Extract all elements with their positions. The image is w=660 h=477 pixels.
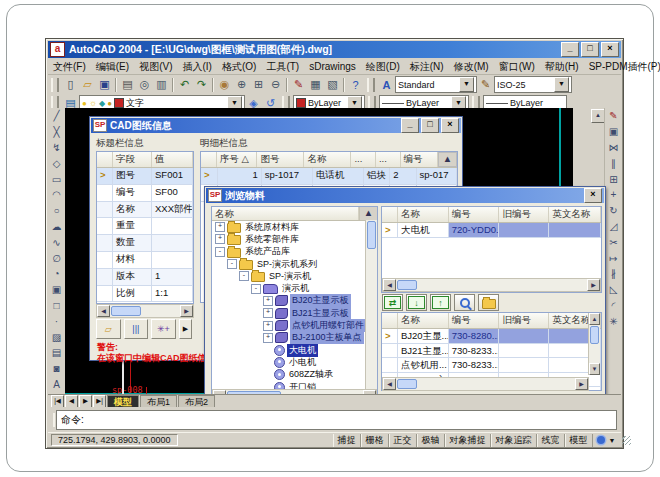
tree-item[interactable]: +系统原材料库 [212, 221, 377, 233]
command-input[interactable]: 命令: [56, 410, 617, 430]
redo-icon[interactable]: ↷ [193, 77, 210, 92]
tree-item[interactable]: -SP-演示机系列 [212, 258, 377, 270]
column-header[interactable]: 序号 △ [217, 152, 258, 167]
columns-icon[interactable]: ||| [124, 319, 149, 339]
chevron-down-icon[interactable]: ▼ [554, 77, 569, 92]
tree-item[interactable]: 608ZZ轴承 [212, 369, 377, 381]
menu-item[interactable]: SP-PDM插件(P) [584, 59, 660, 75]
status-toggle-对象追踪[interactable]: 对象追踪 [491, 434, 537, 447]
add-gear-icon[interactable]: ✳+ [151, 319, 176, 339]
menu-item[interactable]: 窗口(W) [494, 59, 540, 75]
collapse-icon[interactable]: - [239, 271, 249, 281]
result-table-vscrollbar[interactable]: ▲ ▼ [588, 313, 600, 375]
menu-item[interactable]: 编辑(E) [91, 59, 134, 75]
tree-vscrollbar[interactable] [365, 220, 377, 390]
dim-style-icon[interactable]: ✎ [477, 77, 494, 92]
scroll-up-icon[interactable]: ▲ [589, 313, 600, 325]
polyline-icon[interactable]: ↯ [49, 140, 65, 156]
menu-item[interactable]: sDrawings [304, 60, 361, 73]
column-header[interactable]: 旧编号 [499, 313, 549, 328]
save-icon[interactable]: ▣ [96, 77, 113, 92]
construction-line-icon[interactable]: ╳ [49, 124, 65, 140]
column-header[interactable]: 编号 [449, 207, 500, 222]
column-header[interactable]: 名称 [398, 313, 449, 328]
help-icon[interactable]: ? [347, 77, 364, 92]
make-block-icon[interactable]: □ [49, 298, 65, 314]
browse-dialog-titlebar[interactable]: SP 浏览物料 × [206, 188, 604, 203]
table-row[interactable]: >1sp-1017电话机铝块2sp-017 [201, 168, 457, 185]
maximize-button[interactable]: □ [581, 42, 599, 57]
trim-icon[interactable]: ✂ [606, 234, 622, 250]
scale-icon[interactable]: ◿ [606, 219, 622, 235]
scroll-thumb[interactable] [590, 326, 599, 344]
erase-icon[interactable]: ✎ [606, 108, 622, 124]
scroll-up-icon[interactable]: ▲ [438, 152, 457, 167]
maximize-button[interactable]: □ [421, 118, 439, 133]
scroll-up-icon[interactable]: ▲ [359, 207, 377, 220]
close-button[interactable]: × [584, 188, 602, 203]
mirror-icon[interactable]: ⋈ [606, 140, 622, 156]
zoom-realtime-icon[interactable]: ⊕ [233, 77, 250, 92]
chevron-down-icon[interactable]: ▼ [459, 77, 474, 92]
column-header[interactable]: ... [351, 152, 376, 167]
ellipse-arc-icon[interactable]: ◔ [49, 266, 65, 282]
scroll-right-icon[interactable]: ▶ [587, 279, 600, 291]
table-row[interactable]: 编号SF00 [97, 185, 193, 202]
minimize-button[interactable]: _ [401, 118, 419, 133]
menu-item[interactable]: 修改(M) [449, 59, 494, 75]
open-folder-icon[interactable] [478, 294, 499, 311]
minimize-button[interactable]: _ [561, 42, 579, 57]
transfer-icon[interactable]: ⇄ [382, 294, 403, 311]
tree-item[interactable]: -系统产品库 [212, 246, 377, 258]
open-icon[interactable]: ▱ [79, 77, 96, 92]
undo-icon[interactable]: ↶ [176, 77, 193, 92]
insert-block-icon[interactable]: ▣ [49, 282, 65, 298]
tree-item[interactable]: 小电机 [212, 356, 377, 368]
scroll-left-icon[interactable]: ◀ [383, 378, 396, 390]
expand-icon[interactable]: + [215, 234, 225, 244]
table-row[interactable]: 点钞机用...730-8233... [382, 358, 601, 373]
status-toggle-栅格[interactable]: 栅格 [361, 434, 389, 447]
scroll-thumb[interactable] [367, 221, 376, 249]
tree-item[interactable]: +BJ21主显示板 [212, 307, 377, 319]
table-row[interactable]: 材料 [97, 252, 193, 269]
cad-dialog-titlebar[interactable]: SP CAD图纸信息 _ □ × [91, 118, 461, 133]
column-header[interactable]: 英文名称 [549, 207, 601, 222]
collapse-icon[interactable]: - [251, 284, 261, 294]
search-icon[interactable] [454, 294, 475, 311]
spline-icon[interactable]: ∿ [49, 234, 65, 250]
selected-table-hscrollbar[interactable]: ◀ ▶ [382, 278, 601, 292]
break-icon[interactable]: ∦ [606, 266, 622, 282]
text-style-icon[interactable]: A [378, 77, 395, 92]
rotate-icon[interactable]: ↻ [606, 203, 622, 219]
tree-item[interactable]: +BJ20主显示板 [212, 295, 377, 307]
column-header[interactable]: 名称 [398, 207, 449, 222]
scroll-thumb[interactable] [111, 306, 141, 316]
close-button[interactable]: × [441, 118, 459, 133]
pan-icon[interactable]: ◉ [216, 77, 233, 92]
status-menu-arrow-icon[interactable]: ▼ [609, 437, 616, 444]
circle-icon[interactable]: ○ [49, 203, 65, 219]
designcenter-icon[interactable]: ▦ [307, 77, 324, 92]
text-style-combo[interactable]: Standard ▼ [395, 76, 477, 93]
scroll-right-icon[interactable]: ▶ [180, 305, 193, 317]
toolbar-grip[interactable] [51, 78, 59, 92]
table-row[interactable]: 版本1 [97, 269, 193, 286]
tree-item[interactable]: -演示机 [212, 282, 377, 294]
table-row[interactable]: BJ21主显...730-8233... [382, 344, 601, 359]
array-icon[interactable]: ⊞ [606, 171, 622, 187]
dim-style-combo[interactable]: ISO-25 ▼ [494, 76, 572, 93]
communication-center-icon[interactable] [597, 436, 605, 444]
tree-item[interactable]: +系统零部件库 [212, 233, 377, 245]
status-toggle-正交[interactable]: 正交 [389, 434, 417, 447]
titleblock-hscrollbar[interactable]: ◀ ▶ [96, 304, 194, 318]
table-row[interactable]: 比例1:1 [97, 286, 193, 303]
new-icon[interactable]: ▯ [62, 77, 79, 92]
matchprop-icon[interactable]: ✎ [290, 77, 307, 92]
extend-icon[interactable]: ↦ [606, 250, 622, 266]
menu-item[interactable]: 插入(I) [177, 59, 216, 75]
move-icon[interactable]: + [606, 187, 622, 203]
column-header[interactable]: 名称 [304, 152, 351, 167]
text-icon[interactable]: A [49, 377, 65, 393]
publish-icon[interactable]: ▥ [153, 77, 170, 92]
